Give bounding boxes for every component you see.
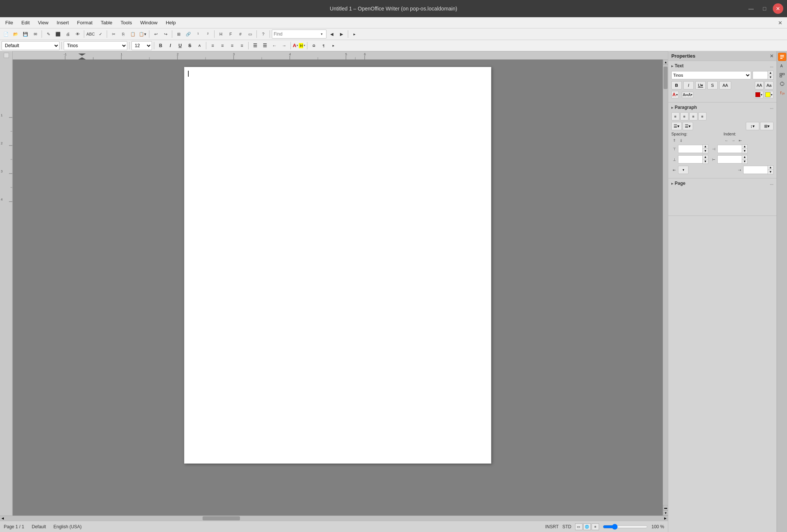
prop-font-select[interactable]: Tinos <box>671 71 751 79</box>
size-decrement[interactable]: ▼ <box>768 75 773 79</box>
sidebar-navigator-icon[interactable] <box>778 80 786 88</box>
font-color-btn-group[interactable]: A ▾ <box>293 43 298 48</box>
save-button[interactable]: 💾 <box>21 30 30 39</box>
first-line-dec[interactable]: ▼ <box>768 170 773 174</box>
para-spacing-btn[interactable]: ⊞▾ <box>760 122 774 130</box>
ruler-corner-button[interactable] <box>4 53 9 58</box>
numbering-button[interactable]: ☰ <box>260 41 269 50</box>
menu-insert[interactable]: Insert <box>53 19 73 27</box>
align-right-button[interactable]: ≡ <box>228 41 237 50</box>
redo-button[interactable]: ↪ <box>161 30 170 39</box>
insert-endnote-button[interactable]: ¹ <box>194 30 203 39</box>
para-num-list-btn[interactable]: ☰▾ <box>683 122 693 130</box>
character-format-button[interactable]: Ω <box>309 41 318 50</box>
split-button[interactable]: ▬ <box>663 505 668 510</box>
page-section-more[interactable]: … <box>770 181 774 186</box>
h-scroll-left-button[interactable]: ◀ <box>0 516 5 521</box>
align-center-button[interactable]: ≡ <box>218 41 227 50</box>
highlight-swatch-btn[interactable]: ▾ <box>764 91 774 98</box>
menu-view[interactable]: View <box>34 19 52 27</box>
horizontal-scrollbar[interactable]: ◀ ▶ <box>0 516 668 521</box>
spacing-below-spinner[interactable]: 0.00 " ▲ ▼ <box>678 155 708 164</box>
line-spacing-btn[interactable]: ↕▾ <box>746 122 759 130</box>
font-size-select[interactable]: 12 <box>131 41 152 50</box>
menu-tools[interactable]: Tools <box>117 19 136 27</box>
auto-spellcheck-button[interactable]: ✓ <box>96 30 105 39</box>
indent-before-inc[interactable]: ▲ <box>742 145 747 149</box>
indent-after-dec[interactable]: ▼ <box>742 159 747 163</box>
prop-size-spinner[interactable]: 12 ▲ ▼ <box>753 71 774 80</box>
indent-before-spinner[interactable]: 0.00 " ▲ ▼ <box>717 144 748 153</box>
find-options-button[interactable]: ▾ <box>319 30 325 39</box>
prop-mixedcase-button[interactable]: Aa <box>765 81 774 89</box>
sidebar-functions-icon[interactable]: f(x) <box>778 89 786 97</box>
new-button[interactable]: 📄 <box>1 30 10 39</box>
scroll-up-button[interactable]: ▲ <box>663 59 668 65</box>
print-button[interactable]: 🖨 <box>63 30 72 39</box>
open-button[interactable]: 📂 <box>11 30 20 39</box>
indent-after-input[interactable]: 0.00 " <box>717 155 742 163</box>
italic-button[interactable]: I <box>166 41 175 50</box>
zoom-slider[interactable] <box>603 524 648 530</box>
spacing-above-input[interactable]: 0.00 " <box>678 145 702 153</box>
maximize-button[interactable]: □ <box>759 3 770 14</box>
spacing-above-spinner[interactable]: 0.00 " ▲ ▼ <box>678 144 708 153</box>
prop-underline-button[interactable]: U▾ <box>695 81 706 89</box>
paste-special-button[interactable]: 📋▾ <box>138 30 147 39</box>
character-format2-button[interactable]: ¶ <box>319 41 328 50</box>
scroll-track[interactable] <box>663 65 668 505</box>
h-scroll-right-button[interactable]: ▶ <box>663 516 668 521</box>
superscript-button[interactable]: A <box>195 41 204 50</box>
strikethrough-button[interactable]: S <box>185 41 194 50</box>
document-area[interactable] <box>13 59 663 516</box>
view-web-button[interactable]: 🌐 <box>583 523 591 530</box>
find-prev-button[interactable]: ◀ <box>327 30 336 39</box>
spacing-below-dec[interactable]: ▼ <box>703 159 708 163</box>
first-line-input[interactable]: 0.00 " <box>743 166 768 174</box>
highlight-btn-group[interactable]: H ▾ <box>299 43 305 48</box>
menu-window[interactable]: Window <box>136 19 161 27</box>
spacing-above-inc[interactable]: ▲ <box>703 145 708 149</box>
close-button[interactable]: ✕ <box>773 3 783 14</box>
sidebar-properties-icon[interactable] <box>778 53 786 61</box>
align-left-button[interactable]: ≡ <box>208 41 217 50</box>
indent-after-inc[interactable]: ▲ <box>742 155 747 159</box>
sidebar-styles-icon[interactable]: A <box>778 62 786 70</box>
panel-close-icon[interactable]: ✕ <box>770 53 774 59</box>
align-justify-button[interactable]: ≡ <box>237 41 246 50</box>
toolbar-more-button[interactable]: ▸ <box>350 30 359 39</box>
menu-format[interactable]: Format <box>73 19 96 27</box>
view-normal-button[interactable]: ▭ <box>575 523 583 530</box>
insert-frame-button[interactable]: ▭ <box>246 30 255 39</box>
prop-shadow-button[interactable]: S <box>707 81 718 89</box>
paragraph-section-toggle[interactable]: ▸ <box>671 106 673 110</box>
page-section-toggle[interactable]: ▸ <box>671 181 673 186</box>
sidebar-gallery-icon[interactable] <box>778 71 786 79</box>
first-line-inc[interactable]: ▲ <box>768 166 773 170</box>
prop-uppercase-button[interactable]: AA <box>719 81 731 89</box>
text-section-toggle[interactable]: ▸ <box>671 64 673 68</box>
insert-table-button[interactable]: ⊞ <box>174 30 183 39</box>
bold-button[interactable]: B <box>156 41 165 50</box>
h-scroll-track[interactable] <box>5 516 663 521</box>
document-page[interactable] <box>184 67 491 464</box>
toolbar-fmt-more-button[interactable]: ▸ <box>329 41 338 50</box>
menu-help[interactable]: Help <box>162 19 180 27</box>
font-color-panel-btn[interactable]: A ▾ <box>671 91 679 98</box>
para-align-justify[interactable]: ≡ <box>698 112 707 120</box>
print-preview-button[interactable]: 👁 <box>73 30 82 39</box>
undo-button[interactable]: ↩ <box>151 30 160 39</box>
indent-before-input[interactable]: 0.00 " <box>717 145 742 153</box>
h-scroll-thumb[interactable] <box>203 516 240 520</box>
para-align-left[interactable]: ≡ <box>671 112 680 120</box>
insert-footer-button[interactable]: F <box>226 30 235 39</box>
indent-after-spinner[interactable]: 0.00 " ▲ ▼ <box>717 155 748 164</box>
indent-before-dec[interactable]: ▼ <box>742 149 747 153</box>
indent-less-button[interactable]: ← <box>270 41 279 50</box>
font-name-select[interactable]: Tinos <box>64 41 127 50</box>
find-input[interactable] <box>274 31 319 37</box>
find-next-button[interactable]: ▶ <box>337 30 346 39</box>
view-outline-button[interactable]: ≡ <box>592 523 599 530</box>
minimize-button[interactable]: — <box>746 3 756 14</box>
cut-button[interactable]: ✂ <box>109 30 118 39</box>
